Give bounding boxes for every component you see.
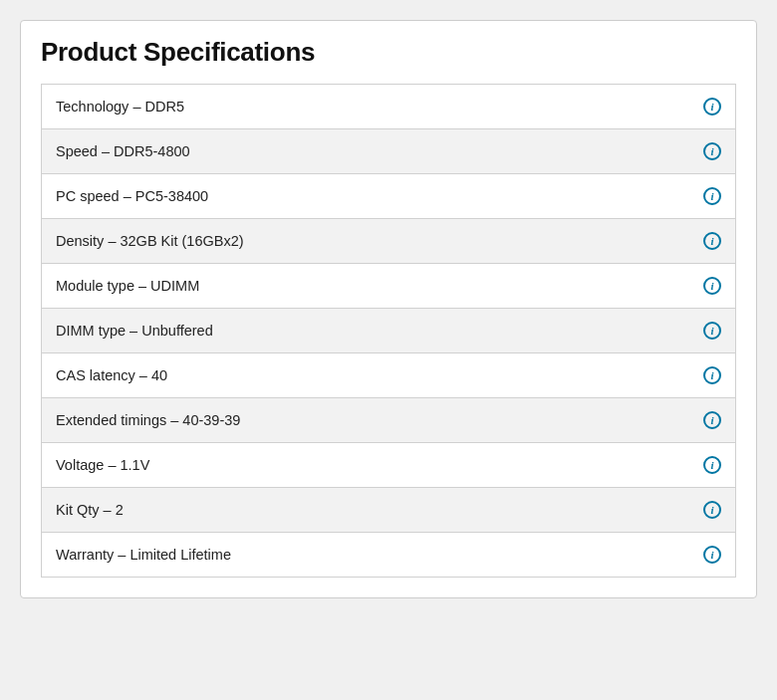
spec-label-kit-qty: Kit Qty – 2 (56, 502, 695, 518)
info-icon-extended-timings[interactable]: i (703, 411, 721, 429)
product-specs-card: Product Specifications Technology – DDR5… (20, 20, 757, 598)
info-icon-speed[interactable]: i (703, 142, 721, 160)
spec-row-speed: Speed – DDR5-4800i (42, 129, 735, 174)
spec-row-kit-qty: Kit Qty – 2i (42, 488, 735, 533)
spec-row-technology: Technology – DDR5i (42, 85, 735, 129)
spec-label-extended-timings: Extended timings – 40-39-39 (56, 412, 695, 428)
info-icon-pc-speed[interactable]: i (703, 187, 721, 205)
info-icon-kit-qty[interactable]: i (703, 501, 721, 519)
info-icon-cas-latency[interactable]: i (703, 366, 721, 384)
spec-row-voltage: Voltage – 1.1Vi (42, 443, 735, 488)
spec-label-module-type: Module type – UDIMM (56, 278, 695, 294)
spec-table: Technology – DDR5iSpeed – DDR5-4800iPC s… (41, 84, 736, 578)
spec-label-pc-speed: PC speed – PC5-38400 (56, 188, 695, 204)
info-icon-module-type[interactable]: i (703, 277, 721, 295)
spec-label-dimm-type: DIMM type – Unbuffered (56, 323, 695, 339)
page-title: Product Specifications (41, 37, 736, 68)
spec-label-speed: Speed – DDR5-4800 (56, 143, 695, 159)
info-icon-density[interactable]: i (703, 232, 721, 250)
spec-label-warranty: Warranty – Limited Lifetime (56, 547, 695, 563)
spec-label-voltage: Voltage – 1.1V (56, 457, 695, 473)
spec-row-dimm-type: DIMM type – Unbufferedi (42, 309, 735, 353)
spec-label-cas-latency: CAS latency – 40 (56, 367, 695, 383)
spec-row-density: Density – 32GB Kit (16GBx2)i (42, 219, 735, 264)
spec-label-technology: Technology – DDR5 (56, 99, 695, 115)
spec-row-warranty: Warranty – Limited Lifetimei (42, 533, 735, 577)
spec-row-pc-speed: PC speed – PC5-38400i (42, 174, 735, 219)
spec-row-cas-latency: CAS latency – 40i (42, 353, 735, 398)
spec-label-density: Density – 32GB Kit (16GBx2) (56, 233, 695, 249)
info-icon-technology[interactable]: i (703, 98, 721, 116)
info-icon-voltage[interactable]: i (703, 456, 721, 474)
info-icon-dimm-type[interactable]: i (703, 322, 721, 340)
info-icon-warranty[interactable]: i (703, 546, 721, 564)
spec-row-extended-timings: Extended timings – 40-39-39i (42, 398, 735, 443)
spec-row-module-type: Module type – UDIMMi (42, 264, 735, 309)
